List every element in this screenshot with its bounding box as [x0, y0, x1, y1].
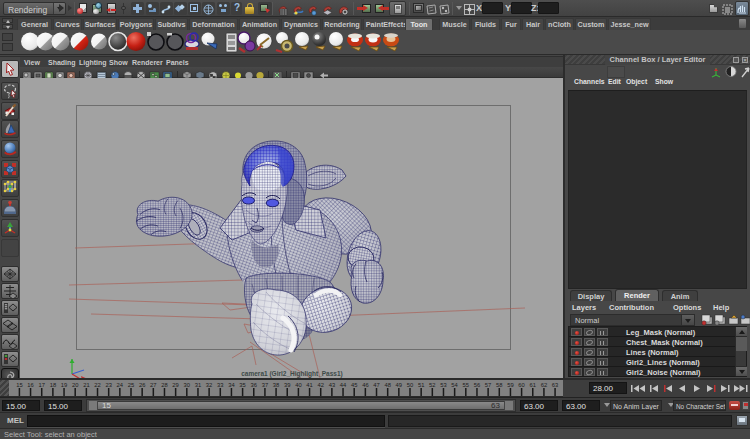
- svg-text:37: 37: [262, 382, 268, 388]
- svg-text:19: 19: [61, 382, 67, 388]
- svg-text:20: 20: [72, 382, 78, 388]
- svg-text:24: 24: [117, 382, 124, 388]
- svg-text:53: 53: [440, 382, 446, 388]
- svg-text:23: 23: [105, 382, 111, 388]
- svg-text:51: 51: [418, 382, 424, 388]
- svg-text:41: 41: [306, 382, 312, 388]
- svg-text:25: 25: [128, 382, 134, 388]
- svg-text:58: 58: [496, 382, 502, 388]
- svg-text:56: 56: [474, 382, 480, 388]
- svg-text:61: 61: [530, 382, 536, 388]
- svg-text:32: 32: [206, 382, 212, 388]
- svg-text:63: 63: [552, 382, 558, 388]
- svg-text:57: 57: [485, 382, 491, 388]
- svg-text:62: 62: [541, 382, 547, 388]
- svg-text:49: 49: [396, 382, 402, 388]
- svg-text:22: 22: [94, 382, 100, 388]
- svg-text:52: 52: [429, 382, 435, 388]
- svg-text:44: 44: [340, 382, 347, 388]
- svg-text:60: 60: [518, 382, 524, 388]
- svg-text:26: 26: [139, 382, 145, 388]
- svg-text:40: 40: [295, 382, 301, 388]
- svg-text:27: 27: [150, 382, 156, 388]
- svg-text:42: 42: [317, 382, 323, 388]
- svg-text:36: 36: [251, 382, 257, 388]
- svg-text:45: 45: [351, 382, 357, 388]
- svg-text:camera1 (Girl2_Highlight_Pass1: camera1 (Girl2_Highlight_Pass1): [241, 370, 343, 378]
- svg-text:39: 39: [284, 382, 290, 388]
- svg-text:47: 47: [373, 382, 379, 388]
- svg-text:50: 50: [407, 382, 413, 388]
- svg-text:28: 28: [161, 382, 167, 388]
- svg-text:34: 34: [228, 382, 235, 388]
- svg-text:48: 48: [384, 382, 390, 388]
- svg-text:43: 43: [329, 382, 335, 388]
- svg-text:35: 35: [239, 382, 245, 388]
- svg-text:17: 17: [38, 382, 44, 388]
- svg-text:16: 16: [27, 382, 33, 388]
- svg-text:59: 59: [507, 382, 513, 388]
- svg-text:21: 21: [83, 382, 89, 388]
- svg-text:33: 33: [217, 382, 223, 388]
- svg-text:46: 46: [362, 382, 368, 388]
- svg-text:30: 30: [184, 382, 190, 388]
- svg-text:15: 15: [16, 382, 22, 388]
- svg-text:38: 38: [273, 382, 279, 388]
- svg-text:18: 18: [50, 382, 56, 388]
- svg-text:29: 29: [172, 382, 178, 388]
- svg-text:54: 54: [451, 382, 458, 388]
- svg-text:31: 31: [195, 382, 201, 388]
- svg-text:55: 55: [463, 382, 469, 388]
